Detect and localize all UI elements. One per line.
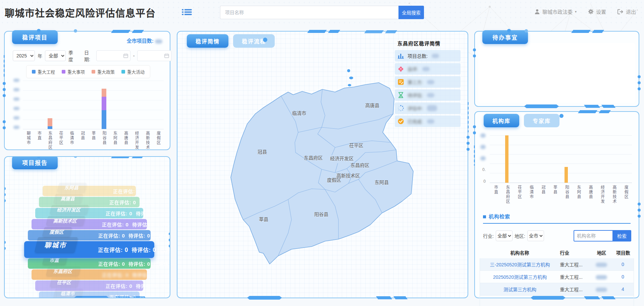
report-card-10[interactable]: 临清市正在评估: 0待评估: 0已评估: 0: [39, 292, 140, 298]
chart-legend: 重大工程 重大事项 重大政策 重大活动: [26, 65, 150, 78]
org-name-link[interactable]: 三-20250520测试第三方机构: [480, 261, 560, 268]
industry-select[interactable]: 全部: [496, 230, 513, 241]
org-chart-xlabels: 市直东昌府区茌平区临清市冠县莘县阳谷县东阿县高唐县经济开发高新技术度假区: [490, 185, 632, 204]
map-region-label[interactable]: 东阿县: [375, 179, 389, 185]
panel-map: 稳评简情 稳评流程 高唐县临清市茌平区冠县东昌府区经济开发区东昌府区高新技术区度…: [177, 31, 468, 298]
org-name-link[interactable]: 20250520测试第三方机构: [480, 273, 560, 280]
legend-item[interactable]: 重大工程: [32, 69, 55, 75]
year-suffix: 年: [38, 52, 42, 59]
tab-stability-brief[interactable]: 稳评简情: [187, 34, 228, 48]
bar-chart-icon: [397, 52, 404, 59]
stat-label: 评估中:: [408, 105, 423, 112]
x-axis-label: 莘县: [91, 131, 96, 150]
legend-item[interactable]: 重大政策: [92, 69, 115, 75]
report-card-7[interactable]: 市直正在评估: 0待评估: 0已评估: 0: [28, 258, 151, 269]
redacted-value: [155, 39, 162, 44]
x-axis-label: 东昌府区: [505, 185, 510, 204]
map-region-label[interactable]: 冠县: [258, 148, 267, 155]
industry-label: 行业:: [483, 232, 494, 239]
table-row[interactable]: 20250520测试第三方机构 重大工程... 0: [480, 271, 634, 283]
edit-icon: [397, 79, 404, 85]
x-axis-label: 度假区: [156, 131, 161, 150]
map-region-label[interactable]: 度假区: [327, 176, 341, 183]
district-brief-overlay: 东昌府区稳评简情 项目总数: 自评:: [395, 38, 461, 129]
citywide-total: 全市项目数:: [127, 37, 162, 44]
map-region-label[interactable]: 高唐县: [365, 102, 379, 108]
year-select[interactable]: 2025: [13, 50, 35, 61]
panel-todo: 待办事宜: [474, 31, 639, 107]
progress-icon: [397, 105, 404, 112]
bar-segment: [48, 118, 52, 126]
settings-label: 设置: [596, 8, 606, 15]
region-label: 度假区: [42, 227, 72, 236]
date-start-input[interactable]: [96, 50, 130, 61]
stat-label: 项目总数:: [408, 52, 428, 59]
overlay-stat-row: 评估中:: [395, 102, 461, 114]
redacted-district: [596, 275, 607, 279]
report-card-6[interactable]: 聊城市正在评估: 0待评估: 0已评估: 0: [24, 241, 154, 258]
user-icon: [534, 9, 540, 14]
region-stats: 正在评估: 0待评估: 0已评估: 0: [98, 260, 170, 267]
report-card-8[interactable]: 东昌府区正在评估: 0待评估: 0已评估: 0: [32, 269, 147, 280]
logout-button[interactable]: 退出: [618, 8, 636, 15]
legend-item[interactable]: 重大事项: [62, 69, 85, 75]
region-label: 高唐县: [53, 194, 83, 203]
region-label: 高新技术区: [46, 216, 85, 225]
x-axis-label: 东阿县: [576, 185, 581, 204]
x-axis-label: 临清市: [529, 185, 534, 204]
map-region-label[interactable]: 经济开发区: [330, 155, 354, 162]
settings-button[interactable]: 设置: [588, 8, 606, 15]
tab-expert-library[interactable]: 专家库: [524, 114, 559, 127]
x-axis-label: 经济开发: [134, 131, 139, 150]
bar-segment: [102, 97, 106, 110]
org-name-link[interactable]: 测试第三方机构: [480, 286, 560, 293]
bar-segment: [102, 110, 106, 129]
todo-empty-body: [478, 43, 635, 103]
global-search: 全局搜索: [220, 6, 424, 19]
region-stats: 正在评估: 0待评估: 0已评估: 0: [109, 294, 170, 299]
district-select[interactable]: 全市: [527, 230, 544, 241]
redacted-value: [432, 54, 439, 58]
redacted-district: [596, 263, 607, 267]
map-region-label[interactable]: 东昌府区: [351, 162, 369, 168]
stable-projects-chart: [23, 81, 164, 129]
panel-org-library: 机构库 专家库 0. 0 市直东昌府区茌平区临清市冠县莘县阳谷县东阿县高唐县经济…: [474, 111, 639, 298]
district-label: 地区:: [515, 232, 525, 239]
legend-item[interactable]: 重大活动: [121, 69, 145, 75]
org-search-button[interactable]: 检索: [612, 230, 631, 242]
report-card-9[interactable]: 茌平区正在评估: 0待评估: 0已评估: 0: [35, 280, 143, 291]
tab-stability-process[interactable]: 稳评流程: [233, 34, 275, 48]
x-axis-label: 冠县: [80, 131, 85, 150]
table-row[interactable]: 三-20250520测试第三方机构 重大工程... 0: [480, 258, 634, 271]
panel-stable-projects: 稳评项目 全市项目数: 2025 年 全部 季度 日期: -: [4, 31, 170, 150]
org-search-section-title: 机构检索: [483, 213, 631, 224]
x-axis-label: 东昌府区: [48, 131, 52, 150]
map-region-label[interactable]: 茌平区: [349, 142, 363, 148]
search-input[interactable]: [220, 6, 398, 19]
app-header: 聊城市社会稳定风险评估信息平台 全局搜索 聊城市政法委 ▾ 设置: [0, 0, 644, 25]
region-stats: 正在评估: 0待评估: 0已评估: 0: [109, 199, 170, 206]
region-label: 聊城市: [34, 237, 77, 252]
org-name-input[interactable]: [574, 230, 612, 242]
menu-icon[interactable]: [182, 8, 192, 16]
overlay-title: 东昌府区稳评简情: [397, 40, 461, 47]
table-row[interactable]: 测试第三方机构 重大工程... 4: [480, 283, 634, 296]
stat-label: 自评:: [408, 65, 418, 72]
region-stats: 正在评估: 0待评估: 0已评估: 0: [106, 210, 170, 217]
chevron-down-icon: ▾: [575, 10, 577, 13]
map-region-label[interactable]: 莘县: [259, 216, 268, 222]
x-axis-label: 高新技术: [145, 131, 150, 150]
map-region-label[interactable]: 东昌府区: [304, 154, 323, 161]
org-chart-columns: [490, 135, 632, 183]
map-region-label[interactable]: 临清市: [292, 110, 306, 116]
map-region-label[interactable]: 阳谷县: [314, 211, 328, 217]
user-menu[interactable]: 聊城市政法委 ▾: [534, 8, 577, 15]
x-axis-label: 冠县: [541, 185, 545, 204]
date-end-input[interactable]: [137, 50, 171, 61]
panel-title: 稳评项目: [12, 30, 58, 44]
region-stats: 正在评估: 0待评估: 0已评估: 0: [102, 221, 170, 228]
bar-segment: [48, 126, 52, 129]
quarter-select[interactable]: 全部: [45, 50, 66, 61]
tab-org-library[interactable]: 机构库: [484, 114, 519, 127]
global-search-button[interactable]: 全局搜索: [398, 6, 424, 19]
